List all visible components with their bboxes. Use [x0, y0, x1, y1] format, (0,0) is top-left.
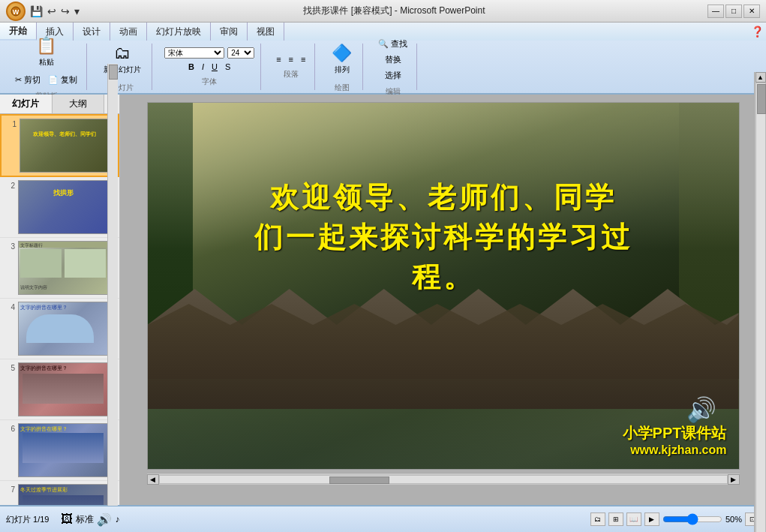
slides-group: 🗂 新建幻灯片 幻灯片 [93, 44, 152, 90]
sidebar-tab-bar: 幻灯片 大纲 ✕ [0, 95, 119, 114]
slide-img-7: 冬天过渡季节进展彩 [18, 484, 108, 505]
tab-animation[interactable]: 动画 [110, 23, 147, 41]
reading-view-button[interactable]: 📖 [626, 512, 641, 526]
arrange-label: 排列 [335, 65, 350, 75]
tab-review[interactable]: 审阅 [211, 23, 248, 41]
slide-thumb-2[interactable]: 2 找拱形 [0, 177, 119, 238]
close-button[interactable]: ✕ [743, 5, 760, 18]
tab-view[interactable]: 视图 [248, 23, 284, 41]
zoom-percent-label: 50% [725, 515, 742, 524]
slide-thumbnail-list[interactable]: 1 欢迎领导、老师们、同学们 2 找拱形 3 文字标题行 [0, 114, 119, 505]
font-size-select[interactable]: 24 [227, 47, 254, 59]
redo-quick-btn[interactable]: ↪ [59, 5, 71, 17]
help-button[interactable]: ❓ [748, 23, 766, 41]
slide-thumb-7[interactable]: 7 冬天过渡季节进展彩 [0, 481, 119, 505]
paragraph-group: ≡ ≡ ≡ 段落 [267, 44, 315, 90]
replace-button[interactable]: 替换 [382, 53, 404, 66]
title-bar: W 💾 ↩ ↪ ▾ 找拱形课件 [兼容模式] - Microsoft Power… [0, 0, 766, 23]
font-family-select[interactable]: 宋体 [164, 47, 224, 59]
arrange-button[interactable]: 🔷 排列 [327, 41, 356, 78]
slide-num-3: 3 [2, 241, 15, 251]
cut-button[interactable]: ✂ 剪切 [12, 74, 44, 86]
drawing-label: 绘图 [335, 83, 350, 93]
slide-thumb-1[interactable]: 1 欢迎领导、老师们、同学们 [0, 114, 119, 177]
quick-access-toolbar: 💾 ↩ ↪ ▾ [29, 5, 81, 17]
scroll-track [755, 95, 766, 505]
status-left: 幻灯片 1/19 [6, 514, 49, 525]
clipboard-group: 📋 粘贴 ✂ 剪切 📄 复制 剪贴板 [6, 44, 87, 90]
view-standard-label: 标准 [76, 513, 94, 526]
slide-count-label: 幻灯片 1/19 [6, 514, 49, 525]
slide-img-1: 欢迎领导、老师们、同学们 [20, 119, 110, 173]
save-quick-btn[interactable]: 💾 [29, 5, 44, 17]
scroll-left-button[interactable]: ◀ [147, 474, 159, 485]
window-title: 找拱形课件 [兼容模式] - Microsoft PowerPoint [81, 5, 707, 17]
zoom-slider[interactable] [662, 513, 722, 525]
music-icon[interactable]: 🔊 [97, 512, 112, 527]
slide-num-4: 4 [2, 302, 15, 311]
font-label: 字体 [202, 77, 217, 87]
canvas-area: ▲ ▼ 欢迎领导、老师们、同学 们一起来探讨科学的学习过 [120, 95, 766, 505]
slide-canvas[interactable]: 欢迎领导、老师们、同学 们一起来探讨科学的学习过 程。 🔊 小学PPT课件站 w… [147, 102, 740, 470]
text-line-3: 程。 [208, 257, 679, 297]
slide-thumb-3[interactable]: 3 文字标题行 说明文字内容 [0, 238, 119, 299]
slide-panel: 幻灯片 大纲 ✕ 1 欢迎领导、老师们、同学们 2 找拱形 [0, 95, 120, 505]
office-button[interactable]: W [6, 2, 26, 21]
slide-num-5: 5 [2, 362, 15, 372]
tab-slides[interactable]: 幻灯片 [0, 95, 53, 113]
maximize-button[interactable]: □ [725, 5, 742, 18]
watermark-line2: www.kjzhan.com [623, 443, 727, 457]
italic-button[interactable]: I [199, 62, 207, 72]
slide-thumb-6[interactable]: 6 文字的拼音在哪里？ [0, 420, 119, 481]
paste-icon: 📋 [36, 36, 56, 56]
font-style-group: B I U S [185, 62, 233, 72]
copy-button[interactable]: 📄 复制 [45, 74, 80, 86]
normal-view-button[interactable]: 🗂 [590, 512, 605, 526]
watermark-line1: 小学PPT课件站 [623, 423, 727, 443]
slide-num-6: 6 [2, 423, 15, 433]
slide-num-1: 1 [3, 119, 17, 128]
customize-quick-btn[interactable]: ▾ [73, 5, 81, 17]
align-group: ≡ ≡ ≡ [273, 54, 308, 65]
select-button[interactable]: 选择 [382, 69, 404, 82]
status-right: 🗂 ⊞ 📖 ▶ 50% ⊡ [590, 512, 760, 526]
undo-quick-btn[interactable]: ↩ [46, 5, 58, 17]
find-button[interactable]: 🔍 查找 [375, 38, 410, 50]
paragraph-label: 段落 [284, 69, 299, 80]
paste-button[interactable]: 📋 粘贴 [32, 33, 61, 71]
align-center-button[interactable]: ≡ [286, 54, 296, 65]
slides-icon[interactable]: 🖼 [61, 512, 73, 526]
watermark: 小学PPT课件站 www.kjzhan.com [623, 423, 727, 457]
tab-slideshow[interactable]: 幻灯片放映 [147, 23, 211, 41]
slide-thumb-4[interactable]: 4 文字的拼音在哪里？ [0, 299, 119, 359]
slide-img-6: 文字的拼音在哪里？ [18, 423, 108, 477]
slideshow-button[interactable]: ▶ [644, 512, 659, 526]
slide-num-7: 7 [2, 484, 15, 494]
scroll-right-button[interactable]: ▶ [728, 474, 740, 485]
slide-img-5: 文字的拼音在哪里？ [18, 362, 108, 416]
main-area: 幻灯片 大纲 ✕ 1 欢迎领导、老师们、同学们 2 找拱形 [0, 95, 766, 505]
horizontal-scrollbar[interactable]: ◀ ▶ [147, 473, 740, 485]
font-controls: 宋体 24 [164, 47, 254, 59]
sidebar-scroll-thumb[interactable] [109, 65, 118, 80]
sidebar-scrollbar[interactable] [107, 64, 118, 506]
arrange-icon: 🔷 [332, 44, 352, 63]
minimize-button[interactable]: — [707, 5, 724, 18]
tab-outline[interactable]: 大纲 [53, 95, 105, 113]
scroll-thumb[interactable] [757, 95, 766, 114]
slide-thumb-5[interactable]: 5 文字的拼音在哪里？ [0, 359, 119, 420]
align-left-button[interactable]: ≡ [273, 54, 284, 65]
slide-main-text[interactable]: 欢迎领导、老师们、同学 们一起来探讨科学的学习过 程。 [208, 178, 679, 298]
vertical-scrollbar[interactable]: ▲ ▼ [754, 95, 766, 505]
svg-text:W: W [13, 8, 20, 16]
slide-img-2: 找拱形 [18, 180, 108, 234]
bold-button[interactable]: B [185, 62, 197, 72]
align-right-button[interactable]: ≡ [298, 54, 308, 65]
slide-sorter-button[interactable]: ⊞ [608, 512, 623, 526]
tab-design[interactable]: 设计 [74, 23, 110, 41]
shadow-button[interactable]: S [222, 62, 233, 72]
new-slide-button[interactable]: 🗂 新建幻灯片 [99, 41, 146, 78]
h-scroll-thumb[interactable] [329, 476, 389, 484]
underline-button[interactable]: U [209, 62, 221, 72]
audio-icon[interactable]: 🔊 [686, 395, 716, 424]
